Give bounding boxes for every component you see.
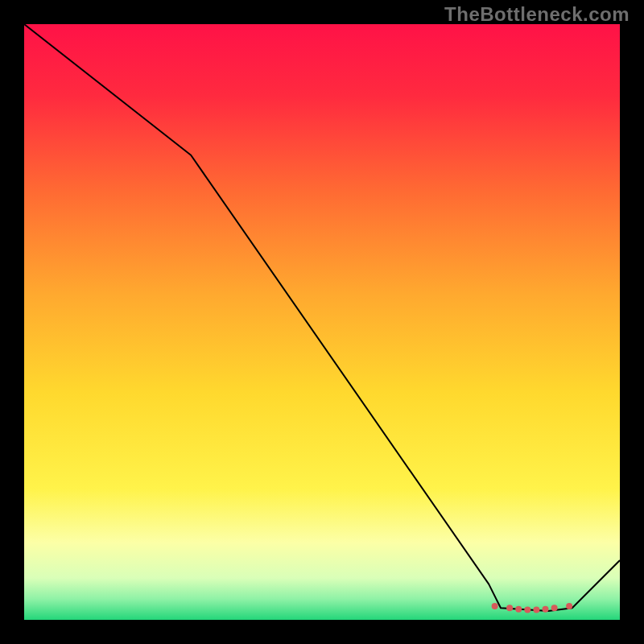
- marker-dot: [506, 605, 513, 611]
- marker-dot: [551, 605, 558, 611]
- chart-svg: [24, 24, 620, 620]
- plot-area: [24, 24, 620, 620]
- marker-dot: [533, 606, 539, 613]
- marker-dot: [566, 603, 572, 609]
- marker-dot: [524, 606, 530, 613]
- gradient-background: [24, 24, 620, 620]
- watermark-text: TheBottleneck.com: [444, 3, 630, 26]
- marker-dot: [543, 606, 549, 613]
- marker-dot: [515, 606, 522, 613]
- chart-frame: TheBottleneck.com: [0, 0, 644, 644]
- marker-dot: [492, 603, 498, 609]
